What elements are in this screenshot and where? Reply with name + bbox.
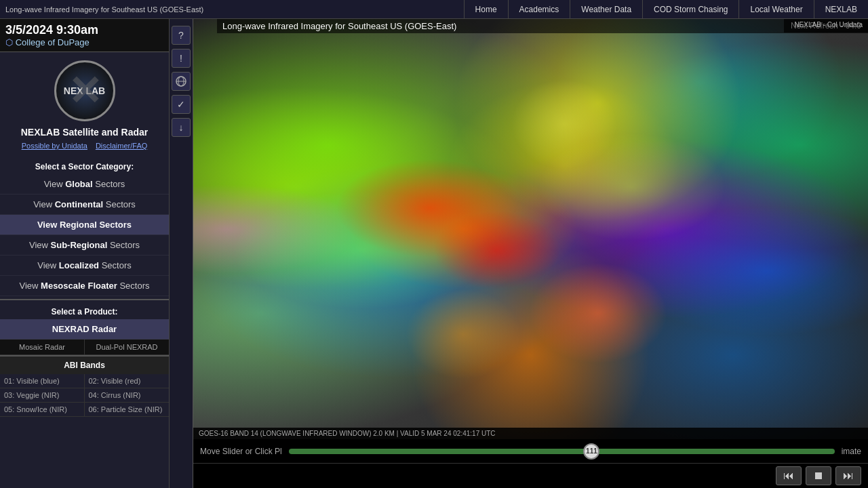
sub-products: Mosaic Radar Dual-Pol NEXRAD bbox=[0, 340, 169, 355]
sector-regional[interactable]: View Regional Sectors bbox=[0, 215, 169, 235]
product-section: Select a Product: NEXRAD Radar Mosaic Ra… bbox=[0, 299, 169, 355]
abi-band-05[interactable]: 05: Snow/Ice (NIR) bbox=[0, 403, 85, 417]
abi-band-01[interactable]: 01: Visible (blue) bbox=[0, 374, 85, 388]
sector-localized[interactable]: View Localized Sectors bbox=[0, 256, 169, 276]
nav-local-weather[interactable]: Local Weather bbox=[738, 0, 813, 19]
globe-icon[interactable] bbox=[172, 72, 191, 91]
nav-weather-data[interactable]: Weather Data bbox=[570, 0, 642, 19]
sector-sub-regional[interactable]: View Sub-Regional Sectors bbox=[0, 235, 169, 256]
nav-nexlab[interactable]: NEXLAB bbox=[814, 0, 868, 19]
sector-mesoscale[interactable]: View Mesoscale Floater Sectors bbox=[0, 276, 169, 296]
product-label: Select a Product: bbox=[0, 300, 169, 319]
nav-academics[interactable]: Academics bbox=[508, 0, 570, 19]
page-subtitle: Long-wave Infrared Imagery for Southeast… bbox=[0, 5, 209, 14]
slider-row: Move Slider or Click Pl 111 imate bbox=[193, 439, 868, 464]
satellite-view: Long-wave Infrared Imagery for Southeast… bbox=[193, 19, 868, 439]
nexlab-logo: ✕ NEX LAB bbox=[54, 60, 115, 121]
download-icon[interactable]: ↓ bbox=[172, 118, 191, 137]
icon-bar: ? ! ✓ ↓ bbox=[170, 19, 193, 488]
slider-handle[interactable]: 111 bbox=[583, 443, 599, 460]
disclaimer-link[interactable]: Disclaimer/FAQ bbox=[96, 142, 147, 150]
nav-links: Home Academics Weather Data COD Storm Ch… bbox=[464, 0, 868, 19]
image-title: Long-wave Infrared Imagery for Southeast… bbox=[217, 19, 868, 33]
stop-button[interactable]: ⏹ bbox=[806, 466, 831, 485]
playback-row: ⏮ ⏹ ⏭ bbox=[193, 464, 868, 488]
navbar: Long-wave Infrared Imagery for Southeast… bbox=[0, 0, 868, 19]
unidata-link[interactable]: Possible by Unidata bbox=[22, 142, 87, 150]
powered-by: Possible by Unidata Disclaimer/FAQ bbox=[22, 142, 148, 150]
sector-global[interactable]: View Global Sectors bbox=[0, 174, 169, 195]
slider-track[interactable]: 111 bbox=[289, 449, 835, 454]
abi-section: ABI Bands 01: Visible (blue) 02: Visible… bbox=[0, 355, 169, 417]
nav-cod-storm-chasing[interactable]: COD Storm Chasing bbox=[642, 0, 738, 19]
check-icon[interactable]: ✓ bbox=[172, 95, 191, 114]
sub-product-mosaic[interactable]: Mosaic Radar bbox=[0, 340, 85, 354]
sidebar: 3/5/2024 9:30am ⬡ College of DuPage ✕ NE… bbox=[0, 19, 170, 488]
sector-category-label: Select a Sector Category: bbox=[0, 155, 169, 174]
help-icon[interactable]: ? bbox=[172, 26, 191, 45]
abi-grid: 01: Visible (blue) 02: Visible (red) 03:… bbox=[0, 374, 169, 417]
abi-band-06[interactable]: 06: Particle Size (NIR) bbox=[85, 403, 170, 417]
abi-label: ABI Bands bbox=[0, 357, 169, 374]
satellite-status: GOES-16 BAND 14 (LONGWAVE INFRARED WINDO… bbox=[193, 428, 868, 439]
nexlab-watermark: NEXLAB - Col Unidata bbox=[794, 21, 863, 28]
rewind-button[interactable]: ⏮ bbox=[776, 466, 802, 485]
nav-home[interactable]: Home bbox=[464, 0, 508, 19]
alert-icon[interactable]: ! bbox=[172, 49, 191, 68]
slider-label: Move Slider or Click Pl bbox=[200, 447, 282, 456]
logo-cross: ✕ bbox=[68, 67, 102, 115]
abi-band-03[interactable]: 03: Veggie (NIR) bbox=[0, 388, 85, 403]
sidebar-header: 3/5/2024 9:30am ⬡ College of DuPage bbox=[0, 19, 169, 52]
brand-name: ⬡ College of DuPage bbox=[5, 37, 163, 47]
forward-button[interactable]: ⏭ bbox=[835, 466, 861, 485]
sector-continental[interactable]: View Continental Sectors bbox=[0, 195, 169, 215]
logo-area: ✕ NEX LAB NEXLAB Satellite and Radar Pos… bbox=[0, 52, 169, 155]
abi-band-02[interactable]: 02: Visible (red) bbox=[85, 374, 170, 388]
nexlab-title: NEXLAB Satellite and Radar bbox=[21, 127, 149, 138]
sub-product-dual-pol[interactable]: Dual-Pol NEXRAD bbox=[85, 340, 169, 354]
product-nexrad-radar[interactable]: NEXRAD Radar bbox=[0, 319, 169, 340]
datetime-display: 3/5/2024 9:30am bbox=[5, 23, 163, 37]
satellite-image bbox=[193, 19, 868, 439]
main-content: Long-wave Infrared Imagery for Southeast… bbox=[193, 19, 868, 488]
slider-suffix: imate bbox=[842, 447, 861, 456]
abi-band-04[interactable]: 04: Cirrus (NIR) bbox=[85, 388, 170, 403]
